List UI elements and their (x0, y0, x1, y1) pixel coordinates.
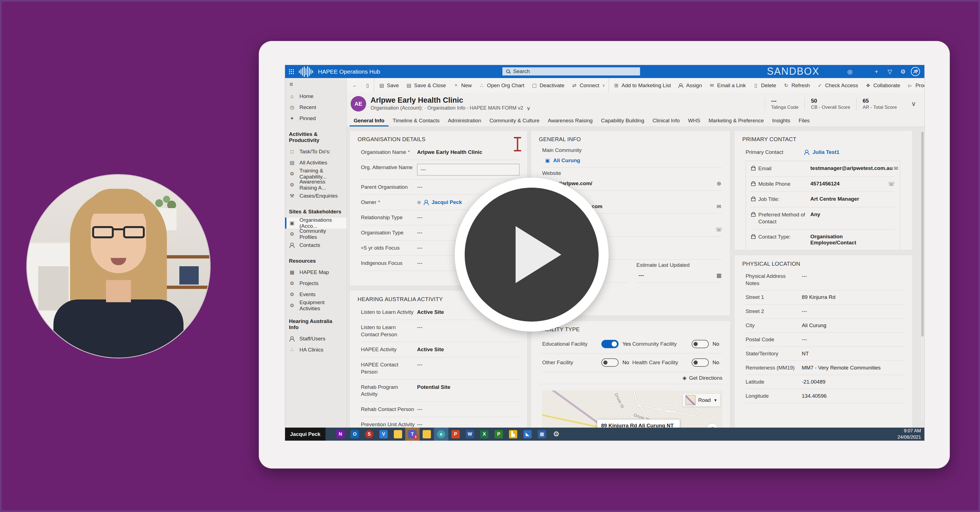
taskbar-app-visio[interactable]: V (376, 428, 391, 440)
command-button[interactable]: ▤ Save ∨ (375, 78, 402, 93)
record-subtitle[interactable]: Organisation (Account): · Organisation I… (371, 105, 523, 111)
command-button[interactable]: ▢ Deactivate ∨ (528, 78, 568, 93)
command-button[interactable]: ↻ Refresh ∨ (780, 78, 814, 93)
taskbar-app-powerbi[interactable]: ▙ (506, 428, 520, 440)
add-icon[interactable]: + (873, 68, 880, 75)
field-action-icon[interactable]: ⊕ (716, 180, 722, 187)
tab[interactable]: Administration (444, 115, 485, 126)
sidebar-item[interactable]: Staff/Users (285, 333, 347, 344)
field-action-icon[interactable]: ☏ (716, 226, 722, 233)
tab[interactable]: Timeline & Contacts (388, 115, 444, 126)
field-value[interactable]: --- (417, 421, 519, 428)
sidebar-item[interactable]: ⚙ Events (285, 289, 347, 300)
taskbar-app-sway[interactable]: S (362, 428, 376, 440)
field-action-icon[interactable]: ✉ (716, 203, 722, 210)
sidebar-item[interactable]: Contacts (285, 240, 347, 251)
field-value[interactable]: 89 Kinjurra Rd (802, 294, 905, 301)
sidebar-item[interactable]: ⚙ Training & Capability... (285, 168, 347, 179)
sidebar-item[interactable]: ▦ HAPEE Map (285, 267, 347, 278)
sidebar-item[interactable]: ∴ HA Clinics (285, 344, 347, 355)
field-value[interactable]: -21.00489 (802, 378, 905, 386)
chevron-down-icon[interactable]: ∨ (911, 100, 916, 108)
sidebar-item[interactable]: ✦ Pinned (285, 113, 347, 124)
command-button[interactable]: + New ∨ (449, 78, 475, 93)
chevron-down-icon[interactable]: ∨ (527, 105, 531, 111)
tab[interactable]: WHS (684, 115, 704, 126)
tab[interactable]: Insights (768, 115, 794, 126)
taskbar-app-sticky-notes[interactable] (391, 428, 405, 440)
taskbar-app-file-explorer[interactable] (420, 428, 434, 440)
contact-link[interactable]: Julia Test1 (804, 149, 839, 155)
sidebar-item[interactable]: ⚙ Projects (285, 278, 347, 289)
command-button[interactable]: ▻ Process ∨ (904, 78, 924, 93)
compass-icon[interactable]: ◎ (847, 68, 853, 75)
taskbar-app-edge[interactable]: e (434, 428, 449, 440)
app-name[interactable]: HAPEE Operations Hub (318, 68, 380, 75)
tab[interactable]: Capability Building (597, 115, 648, 126)
taskbar-clock[interactable]: 9:07 AM 24/06/2021 (897, 428, 924, 440)
taskbar-app-outlook[interactable]: O (348, 428, 362, 440)
field-value[interactable]: --- (802, 336, 905, 343)
back-button[interactable]: ← (348, 78, 361, 93)
sidebar-item[interactable]: ⚙ Community Profiles (285, 229, 347, 240)
taskbar-app-onenote[interactable]: N (333, 428, 348, 440)
command-button[interactable]: Assign ∨ (675, 78, 705, 93)
field-value[interactable]: --- (639, 272, 644, 278)
taskbar-app-settings[interactable]: ⚙ (549, 428, 563, 440)
map-style-dropdown[interactable]: Road ▼ (683, 394, 720, 407)
lightbulb-icon[interactable] (860, 68, 866, 75)
sidebar-item[interactable]: ⚙ Awareness Raising A... (285, 179, 347, 191)
field-value[interactable]: Any (810, 211, 888, 218)
field-value[interactable]: Active Site (417, 346, 519, 353)
vertical-scrollbar[interactable] (921, 130, 924, 421)
field-value[interactable]: Arlpwe Early Health Clinic (417, 149, 519, 156)
field-value[interactable]: --- (802, 308, 905, 315)
map-canvas[interactable]: Driver St Driver St 89 Kinjurra Rd Ali C… (542, 391, 722, 428)
command-button[interactable]: ⊞ Add to Marketing List ∨ (610, 78, 675, 93)
sidebar-item[interactable]: ⌂ Home (285, 91, 347, 102)
tab[interactable]: Awareness Raising (544, 115, 597, 126)
scrollbar-thumb[interactable] (921, 132, 924, 337)
toggle-switch[interactable] (601, 340, 619, 348)
field-value[interactable]: 134.40596 (802, 393, 905, 400)
field-value[interactable]: --- (417, 361, 519, 368)
tab[interactable]: Files (794, 115, 814, 126)
field-action-icon[interactable]: ✉ (892, 165, 899, 172)
chevron-down-icon[interactable]: ∨ (602, 83, 605, 87)
gear-icon[interactable]: ⚙ (900, 68, 906, 75)
toggle-switch[interactable] (692, 358, 709, 367)
field-value[interactable]: MM7 - Very Remote Communities (802, 364, 905, 371)
command-button[interactable]: ▯ Delete ∨ (749, 78, 780, 93)
command-button[interactable]: ✉ Email a Link ∨ (705, 78, 749, 93)
tab[interactable]: General Info (350, 115, 388, 126)
field-value[interactable]: testmanager@arlpwetest.com.au (810, 165, 892, 171)
user-avatar[interactable]: JP (911, 67, 920, 76)
field-value[interactable]: Potential Site (417, 383, 519, 391)
play-button[interactable] (455, 178, 609, 332)
field-value[interactable]: NT (802, 350, 905, 357)
command-button[interactable]: ✓ Check Access ∨ (813, 78, 862, 93)
taskbar-app-word[interactable]: W (463, 428, 477, 440)
field-action-icon[interactable]: ☏ (888, 181, 895, 187)
field-value[interactable]: Art Centre Manager (810, 196, 888, 202)
taskbar-app-project[interactable]: P (492, 428, 506, 440)
toggle-switch[interactable] (601, 358, 619, 367)
calendar-icon[interactable]: ▦ (716, 272, 722, 279)
tab[interactable]: Clinical Info (648, 115, 684, 126)
command-button[interactable]: ❖ Collaborate ∨ (862, 78, 904, 93)
taskbar-app-teams[interactable]: T 3 (405, 428, 420, 440)
field-value[interactable]: --- (417, 164, 519, 175)
field-value[interactable]: --- (417, 406, 519, 413)
sidebar-item[interactable]: ⚒ Cases/Enquiries (285, 191, 347, 202)
sidebar-item[interactable]: ▤ All Activities (285, 157, 347, 168)
waffle-icon[interactable] (289, 69, 294, 74)
field-value[interactable]: --- (802, 273, 905, 280)
tab[interactable]: Community & Culture (485, 115, 544, 126)
filter-icon[interactable]: ▽ (887, 68, 893, 75)
sitemap-hamburger-icon[interactable]: ≡ (290, 81, 293, 88)
sidebar-item[interactable]: ▣ Organisations (Acco... (285, 218, 347, 229)
tab[interactable]: Marketing & Preference (704, 115, 768, 126)
command-button[interactable]: ⇄ Connect ∨ (568, 78, 609, 93)
toggle-switch[interactable] (692, 340, 709, 348)
get-directions-link[interactable]: ◈ Get Directions (539, 372, 722, 384)
